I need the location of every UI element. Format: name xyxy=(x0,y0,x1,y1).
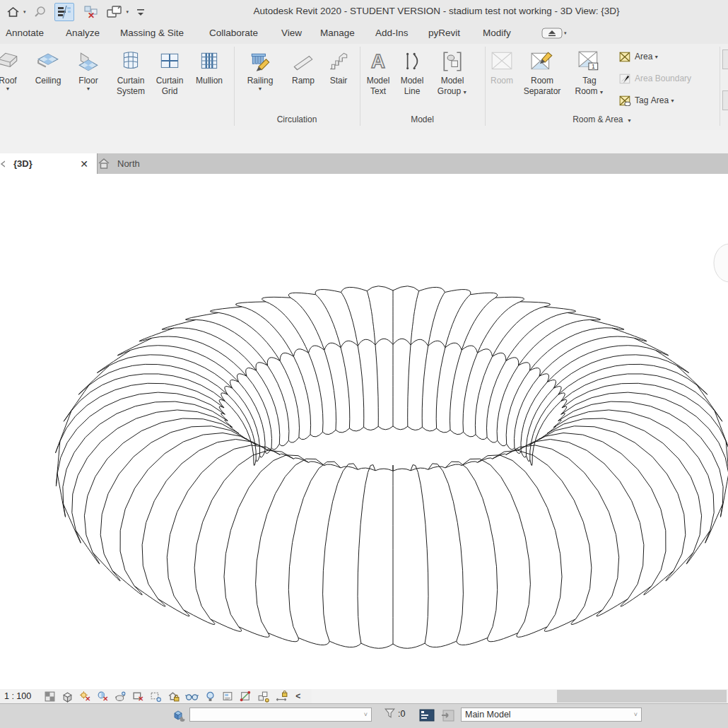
ceiling-icon xyxy=(36,49,60,74)
room-separator-button[interactable]: Room Separator xyxy=(520,45,564,115)
visual-style-icon[interactable] xyxy=(61,691,74,703)
scale-button[interactable]: 1 : 100 xyxy=(4,691,31,701)
model-group-button[interactable]: Model Group▼ xyxy=(433,45,472,115)
mullion-button[interactable]: Mullion xyxy=(189,45,230,115)
ribbon-display-dropdown-icon[interactable]: ▾ xyxy=(564,30,567,36)
ribbon-tab-row: Annotate Analyze Massing & Site Collabor… xyxy=(0,23,728,44)
clipped-panel-icon xyxy=(722,49,728,69)
displacement-sets-icon[interactable] xyxy=(257,691,269,703)
revit-window: ▾ ✕ ▾ Autodesk Revit 2020 - STUDENT VERS… xyxy=(0,0,728,728)
close-view-icon[interactable]: ✕ xyxy=(80,158,88,170)
area-boundary-button: Area Boundary xyxy=(619,70,691,87)
ribbon-panel-area: Roof ▼ Ceiling Floor ▼ Curtain System Cu… xyxy=(0,44,728,131)
model-text-button[interactable]: A Model Text xyxy=(362,45,394,115)
view-tab-north[interactable]: North xyxy=(98,153,204,174)
model-group-dropdown-icon[interactable]: ▼ xyxy=(462,90,467,95)
tag-room-icon: 1 xyxy=(577,49,601,74)
area-icon xyxy=(619,52,631,62)
sun-path-icon[interactable]: ✕ xyxy=(79,691,91,703)
shadows-icon[interactable]: ✕ xyxy=(97,691,109,703)
crop-view-icon[interactable]: ✕ xyxy=(132,691,144,703)
stair-button[interactable]: Stair xyxy=(322,45,355,115)
detail-level-icon[interactable] xyxy=(44,691,56,703)
model-text-icon: A xyxy=(366,49,390,74)
design-options-dialog-icon[interactable] xyxy=(418,708,435,723)
view-tab-3d[interactable]: {3D} ✕ xyxy=(0,153,98,174)
drawing-area[interactable] xyxy=(0,174,728,689)
tab-modify[interactable]: Modify xyxy=(483,28,511,38)
tab-collaborate[interactable]: Collaborate xyxy=(209,28,258,38)
railing-dropdown-icon[interactable]: ▼ xyxy=(240,86,280,92)
home-dropdown-icon[interactable]: ▾ xyxy=(23,9,26,15)
tab-view[interactable]: View xyxy=(281,28,302,38)
tag-area-icon xyxy=(619,95,631,106)
window-title: Autodesk Revit 2020 - STUDENT VERSION - … xyxy=(145,6,728,16)
tab-manage[interactable]: Manage xyxy=(320,28,355,38)
switch-windows-icon[interactable] xyxy=(105,4,124,20)
ceiling-button[interactable]: Ceiling xyxy=(30,45,66,115)
railing-icon xyxy=(248,49,272,74)
selection-filter-icon[interactable]: :0 xyxy=(384,708,405,720)
tab-massing-site[interactable]: Massing & Site xyxy=(120,28,184,38)
area-button[interactable]: Area ▼ xyxy=(619,48,659,65)
temporary-hide-isolate-icon[interactable] xyxy=(185,691,199,703)
lock-3d-view-icon[interactable] xyxy=(168,691,180,703)
svg-text:A: A xyxy=(371,50,385,72)
ramp-button[interactable]: Ramp xyxy=(286,45,321,115)
temporary-view-properties-icon[interactable] xyxy=(222,691,234,703)
svg-text:✕: ✕ xyxy=(102,694,108,702)
area-dropdown-icon[interactable]: ▼ xyxy=(654,54,659,59)
curtain-system-icon xyxy=(119,49,143,74)
reveal-constraints-icon[interactable] xyxy=(275,691,288,703)
show-crop-region-icon[interactable] xyxy=(150,691,162,703)
model-line-icon xyxy=(400,49,424,74)
add-to-set-icon xyxy=(440,708,457,723)
stadium-3d-view xyxy=(0,174,728,689)
panel-separator xyxy=(720,47,720,126)
worksets-icon[interactable] xyxy=(172,708,187,723)
design-option-dropdown[interactable]: Main Model ˅ xyxy=(461,708,642,722)
tab-analyze[interactable]: Analyze xyxy=(66,28,100,38)
panel-label-model: Model xyxy=(360,115,485,129)
curtain-grid-button[interactable]: Curtain Grid xyxy=(152,45,187,115)
tag-area-button[interactable]: Tag Area ▼ xyxy=(619,92,675,109)
minimize-ribbon-button[interactable]: ▾ xyxy=(541,28,567,39)
curtain-grid-icon xyxy=(158,49,182,74)
close-hidden-windows-icon[interactable]: ✕ xyxy=(83,4,100,20)
switch-windows-dropdown-icon[interactable]: ▾ xyxy=(127,9,129,15)
scrollbar-thumb[interactable] xyxy=(557,690,727,703)
stadium-model-wireframe[interactable] xyxy=(55,286,728,648)
roof-icon xyxy=(0,49,20,74)
tag-area-dropdown-icon[interactable]: ▼ xyxy=(670,98,675,103)
tag-room-dropdown-icon[interactable]: ▼ xyxy=(599,90,604,95)
tag-room-button[interactable]: 1 Tag Room▼ xyxy=(570,45,609,115)
view-control-bar: 1 : 100 ✕ ✕ ✕ < xyxy=(0,689,312,703)
customize-qat-icon[interactable] xyxy=(136,7,146,17)
curtain-system-button[interactable]: Curtain System xyxy=(110,45,151,115)
home-icon[interactable] xyxy=(6,5,20,19)
model-group-icon xyxy=(440,49,464,74)
room-separator-icon xyxy=(530,49,554,74)
floor-dropdown-icon[interactable]: ▼ xyxy=(69,86,107,92)
render-dialog-icon[interactable] xyxy=(115,691,127,703)
railing-button[interactable]: Railing ▼ xyxy=(240,45,280,115)
stair-icon xyxy=(327,49,351,74)
tab-add-ins[interactable]: Add-Ins xyxy=(375,28,409,38)
properties-list-icon[interactable] xyxy=(54,3,74,21)
collapse-vcb-icon[interactable]: < xyxy=(295,691,300,701)
mullion-icon xyxy=(197,49,221,74)
selection-count: :0 xyxy=(398,709,405,719)
model-line-button[interactable]: Model Line xyxy=(396,45,428,115)
panel-label-room-area[interactable]: Room & Area ▼ xyxy=(485,115,720,129)
roof-button[interactable]: Roof ▼ xyxy=(0,45,27,115)
reveal-hidden-elements-icon[interactable] xyxy=(204,691,216,703)
floor-button[interactable]: Floor ▼ xyxy=(69,45,107,115)
panel-label-circulation: Circulation xyxy=(234,115,360,129)
show-analytical-model-icon[interactable] xyxy=(240,691,252,703)
tab-annotate[interactable]: Annotate xyxy=(6,28,44,38)
active-workset-dropdown[interactable]: ˅ xyxy=(189,708,372,722)
tab-pyrevit[interactable]: pyRevit xyxy=(428,28,460,38)
roof-dropdown-icon[interactable]: ▼ xyxy=(0,86,27,92)
pin-icon[interactable] xyxy=(33,5,47,19)
horizontal-scrollbar[interactable] xyxy=(312,689,728,703)
